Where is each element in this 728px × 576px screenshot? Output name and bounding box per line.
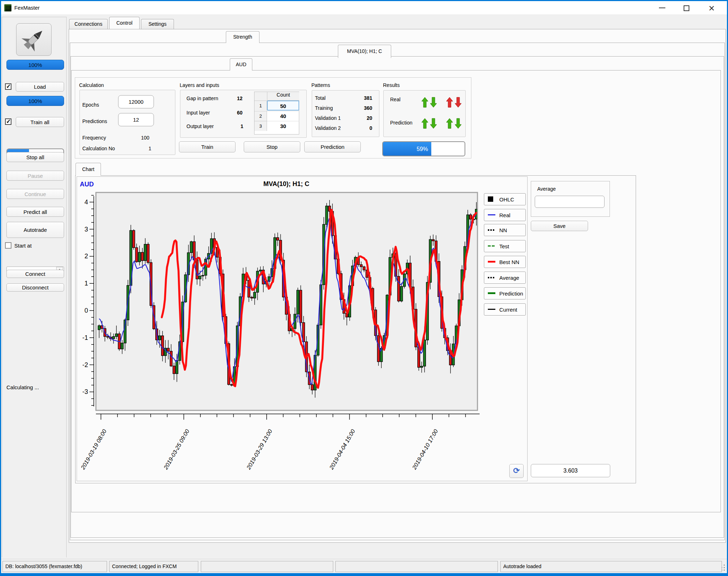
- pause-button[interactable]: Pause: [6, 171, 64, 181]
- patterns-title: Patterns: [311, 82, 330, 88]
- count-table-corner: [254, 92, 267, 101]
- frequency-value: 100: [141, 135, 149, 141]
- legend-item-best-nn[interactable]: Best NN: [484, 256, 526, 268]
- svg-text:3: 3: [84, 226, 88, 233]
- fexmaster-window: FexMaster ✕ 100% ✓ Load 100% ✓: [0, 0, 728, 576]
- connect-button[interactable]: Connect: [6, 270, 64, 278]
- gap-in-pattern-value: 12: [237, 96, 243, 101]
- output-layer-label: Output layer: [186, 123, 214, 129]
- legend-square-icon: [488, 196, 493, 202]
- train-button[interactable]: Train: [179, 141, 236, 152]
- legend-line-icon: [488, 309, 495, 310]
- legend-item-nn[interactable]: NN: [484, 224, 526, 236]
- svg-text:2019-04-04 15:00: 2019-04-04 15:00: [328, 428, 356, 471]
- rocket-icon: [16, 24, 51, 55]
- tab-aud[interactable]: AUD: [230, 58, 252, 70]
- progress-mid-label: 100%: [28, 98, 42, 104]
- svg-text:4: 4: [84, 199, 88, 206]
- close-icon: ✕: [708, 4, 715, 13]
- refresh-button[interactable]: ⟳: [509, 464, 524, 478]
- input-layer-label: Input layer: [186, 110, 210, 116]
- maximize-button[interactable]: [678, 1, 695, 15]
- tab-strength[interactable]: Strength: [226, 31, 259, 43]
- calculation-no-label: Calculation No: [82, 146, 115, 151]
- legend-label: Current: [499, 307, 517, 313]
- average-label: Average: [537, 186, 556, 192]
- patterns-row-label: Total: [315, 95, 326, 101]
- count-cell-1[interactable]: 50: [267, 101, 299, 111]
- patterns-row-label: Training: [315, 105, 333, 111]
- tab-control[interactable]: Control: [109, 17, 140, 29]
- legend-item-current[interactable]: Current: [484, 303, 526, 316]
- count-cell-2[interactable]: 40: [267, 111, 299, 121]
- count-row-header-1[interactable]: 1: [254, 101, 267, 111]
- save-button[interactable]: Save: [531, 221, 588, 231]
- green-up-down-arrows-icon: [422, 118, 437, 129]
- calculating-status: Calculating ...: [6, 384, 39, 390]
- load-check-icon: ✓: [6, 83, 11, 90]
- continue-button[interactable]: Continue: [6, 189, 64, 199]
- epochs-label: Epochs: [82, 102, 99, 108]
- green-up-down-arrows-icon: [422, 97, 437, 108]
- count-cell-3[interactable]: 30: [267, 121, 299, 131]
- patterns-row-value: 381: [364, 95, 372, 101]
- training-progress-bar: 59%: [382, 141, 465, 156]
- predict-all-button[interactable]: Predict all: [6, 207, 64, 217]
- svg-text:2019-03-19 08:00: 2019-03-19 08:00: [79, 428, 107, 471]
- status-panel-3: [201, 561, 333, 572]
- patterns-row-value: 20: [367, 115, 372, 121]
- gap-in-pattern-label: Gap in pattern: [186, 96, 218, 101]
- count-row-header-3[interactable]: 3: [254, 121, 267, 131]
- train-all-check-icon: ✓: [6, 118, 11, 125]
- tab-mva-10-h1-c[interactable]: MVA(10); H1; C: [338, 45, 391, 58]
- layer-count-table: Count150240330: [254, 92, 299, 135]
- status-bar: DB: localhost/3055 (fexmaster.fdb)Connec…: [1, 559, 727, 573]
- load-checkbox[interactable]: ✓: [5, 83, 11, 90]
- legend-item-real[interactable]: Real: [484, 209, 526, 221]
- patterns-row-label: Validation 2: [315, 125, 341, 131]
- legend-item-average[interactable]: Average: [484, 272, 526, 284]
- legend-thick-line-icon: [488, 292, 495, 294]
- tab-settings[interactable]: Settings: [141, 19, 174, 29]
- close-button[interactable]: ✕: [704, 1, 720, 15]
- output-layer-value: 1: [241, 123, 243, 129]
- green-up-down-arrows-icon: [446, 118, 462, 129]
- maximize-icon: [684, 5, 689, 11]
- input-layer-value: 60: [237, 110, 243, 116]
- patterns-row-value: 0: [369, 125, 372, 131]
- minimize-icon: [659, 8, 665, 8]
- predictions-input[interactable]: 12: [118, 113, 154, 126]
- predictions-label: Predictions: [82, 118, 107, 124]
- count-row-header-2[interactable]: 2: [254, 111, 267, 121]
- tab-connections[interactable]: Connections: [69, 19, 108, 29]
- svg-text:2: 2: [84, 253, 88, 260]
- legend-item-prediction[interactable]: Prediction: [484, 287, 526, 299]
- legend-item-ohlc[interactable]: OHLC: [484, 193, 526, 205]
- prediction-arrows: [422, 118, 471, 130]
- svg-text:-1: -1: [82, 334, 88, 341]
- rocket-icon-button[interactable]: [16, 23, 52, 56]
- stop-button[interactable]: Stop: [244, 141, 300, 152]
- train-all-checkbox[interactable]: ✓: [5, 118, 11, 125]
- tab-chart[interactable]: Chart: [76, 163, 101, 176]
- progress-bar-mid: 100%: [6, 96, 64, 106]
- window-border-bottom: [0, 573, 728, 576]
- status-panel-4: [335, 561, 498, 572]
- average-panel: Average: [531, 181, 610, 217]
- minimize-button[interactable]: [654, 1, 670, 15]
- load-button[interactable]: Load: [16, 82, 64, 92]
- start-at-checkbox[interactable]: [5, 242, 11, 249]
- average-input[interactable]: [535, 196, 605, 208]
- disconnect-button[interactable]: Disconnect: [6, 283, 64, 292]
- app-icon: [4, 4, 11, 11]
- train-all-button[interactable]: Train all: [16, 117, 64, 127]
- legend-label: NN: [499, 227, 507, 233]
- svg-text:-3: -3: [82, 388, 88, 395]
- epochs-input[interactable]: 12000: [118, 95, 154, 108]
- autotrade-button[interactable]: Autotrade: [6, 222, 64, 238]
- legend-item-test[interactable]: Test: [484, 240, 526, 252]
- window-border-left: [0, 0, 1, 576]
- prediction-button[interactable]: Prediction: [304, 141, 361, 152]
- stop-all-button[interactable]: Stop all: [6, 152, 64, 162]
- sidebar: 100% ✓ Load 100% ✓ Train all 39% Stop al…: [2, 17, 67, 557]
